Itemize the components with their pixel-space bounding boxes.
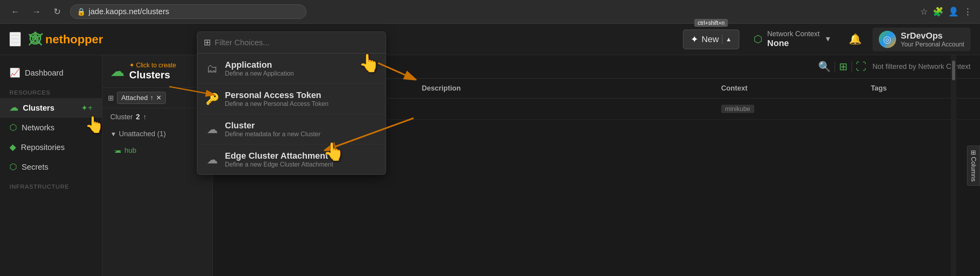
filter-icon: ⊞ (108, 94, 114, 102)
filter-close-icon[interactable]: ✕ (156, 94, 161, 102)
dashboard-icon: 📈 (9, 68, 20, 78)
browser-bar: ← → ↻ 🔒 jade.kaops.net/clusters ☆ 🧩 👤 ⋮ (0, 0, 980, 24)
sidebar-item-clusters[interactable]: ☁ Clusters ✦+ (0, 98, 102, 118)
cluster-subtitle: Define metadata for a new Cluster (225, 131, 321, 138)
browser-actions: ☆ 🧩 👤 ⋮ (920, 7, 972, 17)
sidebar-item-networks-label: Networks (22, 123, 54, 132)
pat-title: Personal Access Token (225, 90, 329, 100)
columns-button[interactable]: ⊞ Columns (967, 145, 980, 186)
cluster-section-label: Cluster (110, 113, 133, 121)
fullscreen-button[interactable]: ⛶ (856, 61, 866, 73)
repositories-icon: ◆ (9, 142, 16, 152)
filter-sort-up-icon: ↑ (150, 94, 154, 102)
second-panel: ☁ ✦ Click to create Clusters ⊞ Attached … (102, 55, 213, 276)
edge-cluster-text: Edge Cluster Attachment Define a new Edg… (225, 151, 333, 168)
user-subtitle: Your Personal Account (901, 41, 964, 48)
filter-tag-label: Attached (121, 94, 148, 102)
shortcut-tooltip: ctrl+shift+n (694, 19, 728, 27)
panel-cloud-icon: ☁ (110, 63, 124, 80)
action-divider-2 (852, 61, 852, 72)
edge-cluster-title: Edge Cluster Attachment (225, 151, 333, 161)
unattached-label: Unattached (1) (119, 130, 166, 138)
columns-icon: ⊞ (970, 150, 977, 155)
action-divider-1 (835, 61, 835, 72)
user-name: SrDevOps (901, 31, 964, 41)
dropdown-item-application[interactable]: 🗂 Application Define a new Application (197, 55, 386, 84)
application-icon: 🗂 (205, 62, 219, 75)
user-area[interactable]: ◎ SrDevOps Your Personal Account (872, 28, 971, 51)
sort-icon: ↑ (143, 113, 147, 121)
app-container: ☰ 🕸 nethopper ctrl+shift+n ✦ New ▲ ⬡ Net… (0, 24, 980, 276)
panel-filter-bar: ⊞ Attached ↑ ✕ (102, 88, 212, 108)
create-label: ✦ Click to create (129, 61, 176, 69)
user-info: SrDevOps Your Personal Account (901, 31, 964, 48)
bell-icon[interactable]: 🔔 (849, 33, 861, 45)
sparkle-icon: ✦ (690, 34, 698, 45)
networks-icon: ⬡ (9, 122, 17, 133)
logo-text: nethopper (45, 33, 103, 46)
url-text: jade.kaops.net/clusters (89, 7, 169, 16)
btn-divider (722, 35, 722, 44)
hamburger-button[interactable]: ☰ (9, 32, 21, 46)
sidebar: 📈 Dashboard RESOURCES ☁ Clusters ✦+ ⬡ Ne… (0, 55, 102, 276)
sidebar-item-clusters-label: Clusters (23, 104, 54, 113)
forward-button[interactable]: → (29, 5, 44, 19)
network-icon: ⬡ (754, 33, 763, 45)
secrets-icon: ⬡ (9, 162, 17, 172)
dropdown-item-pat[interactable]: 🔑 Personal Access Token Define a new Per… (197, 84, 386, 114)
extension-icon[interactable]: 🧩 (933, 7, 943, 17)
application-title: Application (225, 60, 294, 70)
content-actions: 🔍 ⊞ ⛶ (818, 61, 866, 73)
filter-tag-attached[interactable]: Attached ↑ ✕ (117, 92, 166, 104)
network-context-text: Network Context None (767, 30, 820, 48)
dropdown-item-edge-cluster[interactable]: ☁ Edge Cluster Attachment Define a new E… (197, 144, 386, 174)
scroll-thumb (952, 61, 955, 80)
cluster-count: 2 (136, 113, 140, 121)
cluster-text: Cluster Define metadata for a new Cluste… (225, 120, 321, 138)
application-text: Application Define a new Application (225, 60, 294, 77)
context-tag: minikube (721, 105, 754, 113)
network-context-chevron-icon: ▼ (824, 35, 832, 43)
clusters-icon: ☁ (9, 103, 18, 113)
dropdown-item-cluster[interactable]: ☁ Cluster Define metadata for a new Clus… (197, 114, 386, 144)
grid-view-button[interactable]: ⊞ (839, 61, 848, 73)
hub-item[interactable]: ☁ hub (102, 142, 212, 159)
reload-button[interactable]: ↻ (50, 5, 64, 19)
new-button-label: New (702, 34, 719, 44)
col-context-header: Context (721, 84, 871, 93)
sidebar-item-repositories[interactable]: ◆ Repositories (0, 137, 102, 157)
menu-icon[interactable]: ⋮ (963, 7, 972, 17)
sidebar-item-networks[interactable]: ⬡ Networks (0, 118, 102, 137)
hub-cloud-icon: ☁ (114, 146, 121, 155)
cluster-dropdown-icon: ☁ (205, 123, 219, 136)
back-button[interactable]: ← (8, 5, 23, 19)
unattached-section[interactable]: ▼ Unattached (1) (102, 126, 212, 142)
network-context-value: None (767, 38, 820, 48)
dropdown-menu: ⊞ 🗂 Application Define a new Application… (197, 55, 386, 175)
add-cluster-button[interactable]: ✦+ (81, 103, 93, 113)
logo-icon: 🕸 (29, 31, 42, 47)
row-context: minikube (721, 105, 871, 113)
columns-label: Columns (970, 157, 977, 182)
lock-icon: 🔒 (77, 7, 85, 16)
chevron-down-icon: ▼ (110, 131, 117, 138)
sidebar-item-repositories-label: Repositories (21, 143, 65, 152)
edge-cluster-subtitle: Define a new Edge Cluster Attachment (225, 161, 333, 168)
scrollbar[interactable] (951, 55, 956, 276)
main-body: 📈 Dashboard RESOURCES ☁ Clusters ✦+ ⬡ Ne… (0, 55, 980, 276)
application-subtitle: Define a new Application (225, 70, 294, 77)
network-context[interactable]: ⬡ Network Context None ▼ (747, 27, 838, 52)
pat-text: Personal Access Token Define a new Perso… (225, 90, 329, 107)
new-button[interactable]: ctrl+shift+n ✦ New ▲ (683, 30, 739, 49)
star-icon[interactable]: ☆ (920, 7, 928, 17)
panel-section-header: Cluster 2 ↑ (102, 108, 212, 126)
sidebar-infrastructure-label: INFRASTRUCTURE (0, 177, 102, 192)
profile-icon[interactable]: 👤 (948, 7, 959, 17)
sidebar-item-dashboard-label: Dashboard (25, 69, 63, 78)
edge-cluster-icon: ☁ (205, 153, 219, 166)
sidebar-item-dashboard[interactable]: 📈 Dashboard (0, 63, 102, 83)
search-button[interactable]: 🔍 (818, 61, 831, 73)
address-bar[interactable]: 🔒 jade.kaops.net/clusters (70, 4, 306, 19)
sidebar-item-secrets[interactable]: ⬡ Secrets (0, 157, 102, 177)
top-nav: ☰ 🕸 nethopper ctrl+shift+n ✦ New ▲ ⬡ Net… (0, 24, 980, 55)
